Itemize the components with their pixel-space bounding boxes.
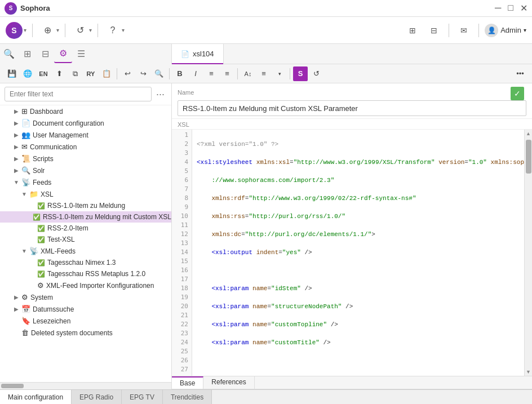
et-align-dropdown[interactable]: ▾: [272, 66, 287, 81]
communication-icon: ✉: [21, 143, 28, 151]
sidebar-item-solr-label: Solr: [33, 167, 45, 175]
sidebar-item-scripts[interactable]: ▶ 📜 Scripts: [0, 153, 171, 165]
sidebar-item-deleted[interactable]: 🗑 Deleted system documents: [0, 327, 171, 339]
test-xsl-check-icon: ✅: [37, 236, 45, 243]
sidebar-item-xml-feeds[interactable]: ▼ 📡 XML-Feeds: [0, 245, 171, 257]
admin-menu[interactable]: 👤 Admin ▾: [485, 24, 526, 37]
line-num-11: 11: [172, 221, 192, 230]
add-dropdown[interactable]: ▾: [56, 27, 59, 33]
et-sep-2: [169, 68, 170, 79]
help-button[interactable]: ?: [104, 21, 122, 39]
sidebar-item-system-label: System: [30, 294, 53, 301]
dashboard-icon: ⊞: [21, 107, 28, 116]
et-more[interactable]: •••: [513, 66, 527, 81]
maximize-button[interactable]: □: [508, 3, 513, 14]
sidebar-item-xml-importer[interactable]: ⚙ XML-Feed Importer Konfigurationen: [0, 279, 171, 291]
et-align[interactable]: ≡: [256, 66, 271, 81]
btab-trendcities[interactable]: Trendcities: [163, 390, 212, 404]
grid-nav-icon[interactable]: ⊟: [36, 45, 54, 63]
sidebar-item-rss2[interactable]: ✅ RSS-2.0-Item: [0, 223, 171, 234]
btab-epg-radio[interactable]: EPG Radio: [72, 390, 122, 404]
sidebar-hscroll-thumb[interactable]: [1, 384, 24, 388]
line-num-6: 6: [172, 176, 192, 185]
settings-nav-icon[interactable]: ⚙: [54, 45, 72, 63]
et-undo[interactable]: ↩: [120, 66, 135, 81]
et-bold[interactable]: B: [172, 66, 187, 81]
btab-main-config[interactable]: Main configuration: [0, 390, 72, 404]
refresh-dropdown[interactable]: ▾: [89, 27, 92, 33]
name-field[interactable]: [178, 100, 526, 116]
line-numbers: 1 2 3 4 5 6 7 8 9 10 11 12 13 14 15 16 1…: [172, 130, 192, 376]
tab-xsl104[interactable]: 📄 xsl104: [172, 44, 224, 64]
green-check-button[interactable]: ✓: [511, 87, 524, 100]
et-ry[interactable]: RY: [83, 66, 98, 81]
list-nav-icon[interactable]: ☰: [72, 45, 90, 63]
sidebar-item-tagesschau-rss[interactable]: ✅ Tagesschau RSS Metaplus 1.2.0: [0, 268, 171, 279]
sidebar-item-datumssuche[interactable]: ▶ 📅 Datumssuche: [0, 303, 171, 315]
sidebar-item-lesezeichen-label: Lesezeichen: [33, 317, 70, 325]
tab-base[interactable]: Base: [172, 376, 203, 389]
code-line-2: <xsl:stylesheet xmlns:xsl="http://www.w3…: [197, 158, 520, 167]
et-redo[interactable]: ↪: [136, 66, 150, 81]
line-num-1: 1: [172, 131, 192, 140]
code-content[interactable]: <?xml version="1.0" ?> <xsl:stylesheet x…: [192, 130, 524, 376]
et-list1[interactable]: ≡: [204, 66, 219, 81]
btab-epg-tv[interactable]: EPG TV: [122, 390, 163, 404]
line-num-24: 24: [172, 338, 192, 347]
sidebar-item-solr[interactable]: ▶ 🔍 Solr: [0, 165, 171, 176]
close-button[interactable]: ✕: [520, 3, 527, 14]
scripts-icon: 📜: [21, 154, 30, 163]
sidebar-tree: ▶ ⊞ Dashboard ▶ 📄 Document configuration…: [0, 105, 171, 382]
help-dropdown[interactable]: ▾: [122, 27, 125, 33]
sidebar-item-rss1-custom[interactable]: ✅ RSS-1.0-Item zu Meldung mit Custom XSL: [0, 211, 171, 223]
scroll-down-arrow[interactable]: ▼: [525, 368, 533, 376]
sidebar-item-doc-config[interactable]: ▶ 📄 Document configuration: [0, 117, 171, 129]
sidebar-item-tagesschau-nimex[interactable]: ✅ Tagesschau Nimex 1.3: [0, 257, 171, 268]
et-paste[interactable]: 📋: [99, 66, 114, 81]
et-s-btn[interactable]: S: [293, 66, 308, 81]
email-button[interactable]: ✉: [455, 21, 473, 39]
sidebar-item-user-mgmt[interactable]: ▶ 👥 User Management: [0, 129, 171, 141]
et-web[interactable]: 🌐: [20, 66, 35, 81]
sidebar-item-system[interactable]: ▶ ⚙ System: [0, 291, 171, 303]
sidebar-item-xml-importer-label: XML-Feed Importer Konfigurationen: [46, 282, 154, 290]
sidebar-nav-icons: 🔍 ⊞ ⊟ ⚙ ☰: [0, 44, 172, 64]
content-tabs: Base References: [172, 376, 532, 389]
et-italic[interactable]: I: [188, 66, 203, 81]
filter-input[interactable]: [5, 87, 152, 101]
scroll-thumb[interactable]: [526, 140, 531, 174]
sidebar-item-test-xsl[interactable]: ✅ Test-XSL: [0, 234, 171, 245]
et-list2[interactable]: ≡: [220, 66, 234, 81]
et-copy[interactable]: ⧉: [68, 66, 82, 81]
et-reset[interactable]: ↺: [309, 66, 323, 81]
sidebar-item-xsl[interactable]: ▼ 📁 XSL: [0, 188, 171, 200]
minimize-button[interactable]: ─: [495, 3, 501, 14]
add-button[interactable]: ⊕: [38, 21, 56, 39]
code-line-1: <?xml version="1.0" ?>: [197, 140, 520, 149]
et-font-size[interactable]: A↕: [241, 66, 255, 81]
et-en[interactable]: EN: [36, 66, 51, 81]
sidebar-item-communication[interactable]: ▶ ✉ Communication: [0, 141, 171, 153]
et-search[interactable]: 🔍: [152, 66, 166, 81]
et-upload[interactable]: ⬆: [52, 66, 66, 81]
refresh-button[interactable]: ↺: [71, 21, 89, 39]
sidebar-item-feeds[interactable]: ▼ 📡 Feeds: [0, 176, 171, 188]
tree-nav-icon[interactable]: ⊞: [18, 45, 36, 63]
sidebar-item-dashboard[interactable]: ▶ ⊞ Dashboard: [0, 105, 171, 117]
sidebar-more-button[interactable]: ···: [154, 87, 167, 101]
sidebar-hscroll[interactable]: [0, 383, 171, 389]
toolbar-dropdown-arrow[interactable]: ▾: [24, 27, 26, 33]
sidebar-item-lesezeichen[interactable]: 🔖 Lesezeichen: [0, 315, 171, 327]
layout-button[interactable]: ⊞: [404, 21, 422, 39]
code-line-9: <xsl:param name="idStem" />: [197, 284, 520, 293]
search-nav-icon[interactable]: 🔍: [0, 45, 18, 63]
scroll-track[interactable]: [525, 137, 533, 368]
scroll-up-arrow[interactable]: ▲: [525, 130, 533, 137]
view-button[interactable]: ⊟: [425, 21, 443, 39]
sidebar-item-rss1-meldung[interactable]: ✅ RSS-1.0-Item zu Meldung: [0, 200, 171, 211]
toolbar-sep-5: [478, 24, 479, 37]
code-line-4: xmlns:rdf="http://www.w3.org/1999/02/22-…: [197, 194, 520, 203]
vertical-scrollbar[interactable]: ▲ ▼: [524, 130, 532, 376]
tab-references[interactable]: References: [203, 376, 254, 389]
et-save[interactable]: 💾: [5, 66, 19, 81]
